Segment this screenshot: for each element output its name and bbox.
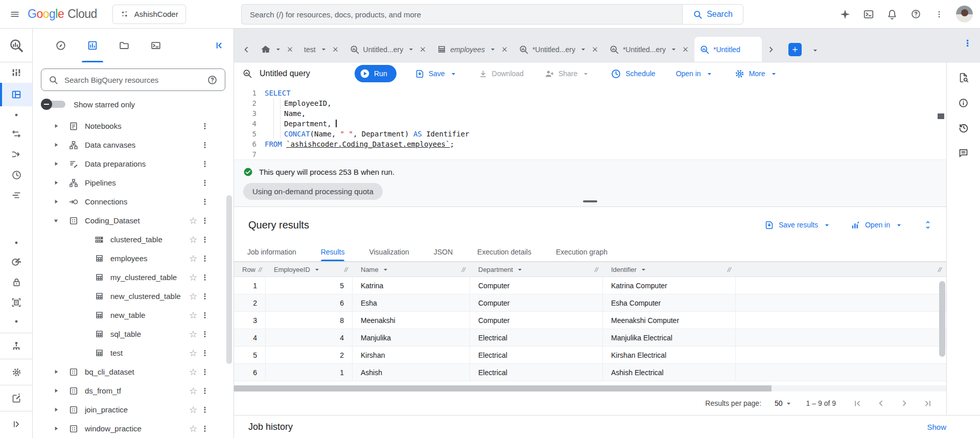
editor-tab-test[interactable]: test bbox=[299, 37, 344, 62]
expand-arrow-right-icon[interactable] bbox=[53, 199, 64, 204]
first-page-button[interactable] bbox=[852, 398, 863, 409]
rail-item-scheduling[interactable] bbox=[0, 165, 33, 185]
tab-caret-icon[interactable] bbox=[319, 45, 328, 54]
star-icon[interactable]: ☆ bbox=[186, 423, 200, 434]
more-vertical-icon[interactable]: ⋮ bbox=[200, 424, 210, 433]
rail-item-pipelines[interactable] bbox=[0, 144, 33, 165]
tab-caret-icon[interactable] bbox=[579, 45, 588, 54]
schedule-button[interactable]: Schedule bbox=[611, 68, 655, 79]
cloud-shell-button[interactable] bbox=[858, 4, 879, 25]
tree-item-join-practice[interactable]: join_practice☆⋮ bbox=[33, 400, 234, 419]
explorer-console-tab[interactable] bbox=[140, 29, 172, 62]
more-vertical-icon[interactable]: ⋮ bbox=[200, 405, 210, 414]
results-tab-visualization[interactable]: Visualization bbox=[369, 243, 409, 261]
tree-item-coding-dataset[interactable]: Coding_Dataset☆⋮ bbox=[33, 211, 234, 230]
tree-item-pipelines[interactable]: Pipelines⋮ bbox=[33, 173, 234, 192]
star-icon[interactable]: ☆ bbox=[186, 272, 200, 283]
more-vertical-icon[interactable]: ⋮ bbox=[200, 235, 210, 244]
share-button[interactable]: Share bbox=[544, 68, 590, 79]
more-vertical-icon[interactable]: ⋮ bbox=[200, 273, 210, 282]
editor-scrollbar[interactable] bbox=[938, 113, 944, 119]
rail-item-sharing[interactable] bbox=[0, 251, 33, 272]
star-icon[interactable]: ☆ bbox=[186, 385, 200, 397]
star-icon[interactable]: ☆ bbox=[186, 329, 200, 340]
star-icon[interactable]: ☆ bbox=[186, 310, 200, 321]
editor-tab-untitled-query-3[interactable]: *Untitled...ery bbox=[604, 37, 694, 62]
tab-caret-icon[interactable] bbox=[669, 45, 678, 54]
open-in-button[interactable]: Open in bbox=[676, 70, 714, 78]
expand-arrow-right-icon[interactable] bbox=[53, 161, 64, 167]
more-vertical-icon[interactable]: ⋮ bbox=[200, 367, 210, 377]
more-vertical-icon[interactable]: ⋮ bbox=[200, 216, 210, 225]
editor-tab-home[interactable] bbox=[255, 37, 299, 62]
editor-tab-employees[interactable]: employees bbox=[432, 37, 514, 62]
search-button[interactable]: Search bbox=[682, 4, 743, 25]
tabs-scroll-right-button[interactable] bbox=[762, 37, 780, 62]
tabbar-more-button[interactable]: ⋮ bbox=[963, 38, 972, 49]
column-header-row[interactable]: Row bbox=[234, 262, 266, 277]
editor-tab-untitled-query-2[interactable]: *Untitled...ery bbox=[514, 37, 604, 62]
column-resize-handle[interactable] bbox=[727, 267, 732, 272]
query-title[interactable]: Untitled query bbox=[260, 69, 355, 78]
sort-caret-icon[interactable] bbox=[516, 265, 524, 274]
star-icon[interactable]: ☆ bbox=[186, 366, 200, 378]
more-vertical-icon[interactable]: ⋮ bbox=[200, 159, 210, 169]
column-resize-handle[interactable] bbox=[258, 267, 263, 272]
explorer-compass-tab[interactable] bbox=[45, 29, 77, 62]
column-header-name[interactable]: Name bbox=[353, 262, 470, 277]
results-tab-job-information[interactable]: Job information bbox=[247, 243, 296, 261]
more-vertical-icon[interactable]: ⋮ bbox=[200, 197, 210, 206]
tree-item-ds-from-tf[interactable]: ds_from_tf☆⋮ bbox=[33, 381, 234, 400]
rail-item-governance[interactable] bbox=[0, 336, 33, 356]
tree-item-test[interactable]: test☆⋮ bbox=[33, 343, 234, 362]
expand-arrow-right-icon[interactable] bbox=[53, 369, 64, 375]
new-tab-button[interactable] bbox=[788, 43, 802, 56]
rail-item-studio[interactable] bbox=[0, 62, 33, 83]
project-selector[interactable]: AshishCoder bbox=[112, 5, 186, 24]
more-vertical-icon[interactable]: ⋮ bbox=[200, 386, 210, 396]
tree-item-data-preparations[interactable]: Data preparations⋮ bbox=[33, 154, 234, 173]
column-resize-handle[interactable] bbox=[594, 267, 599, 272]
tree-item-notebooks[interactable]: Notebooks⋮ bbox=[33, 117, 234, 135]
tabs-scroll-left-button[interactable] bbox=[237, 37, 255, 62]
tab-close-icon[interactable] bbox=[591, 45, 599, 53]
tree-item-my-clustered-table[interactable]: my_clustered_table☆⋮ bbox=[33, 268, 234, 287]
rail-item-explorer[interactable] bbox=[0, 83, 33, 106]
more-vertical-icon[interactable]: ⋮ bbox=[200, 178, 210, 188]
resize-handle[interactable] bbox=[583, 200, 597, 202]
rail-item-capacity[interactable] bbox=[0, 185, 33, 205]
collapse-panel-button[interactable] bbox=[214, 29, 227, 62]
resource-search-input[interactable] bbox=[64, 76, 201, 84]
expand-arrow-right-icon[interactable] bbox=[53, 123, 64, 129]
sql-editor[interactable]: 1234567 SELECTEmployeeID,Name,Department… bbox=[234, 85, 946, 160]
expand-arrow-right-icon[interactable] bbox=[53, 180, 64, 186]
results-tab-results[interactable]: Results bbox=[321, 243, 345, 261]
column-header-identifier[interactable]: Identifier bbox=[603, 262, 736, 277]
sort-caret-icon[interactable] bbox=[639, 265, 648, 274]
more-vertical-icon[interactable]: ⋮ bbox=[200, 141, 210, 150]
notifications-button[interactable] bbox=[881, 4, 903, 25]
search-input[interactable] bbox=[241, 4, 682, 25]
doc-search-button[interactable] bbox=[954, 68, 973, 87]
help-button[interactable] bbox=[905, 4, 926, 25]
expand-arrow-right-icon[interactable] bbox=[53, 426, 64, 431]
more-options-button[interactable] bbox=[928, 4, 950, 25]
tab-close-icon[interactable] bbox=[332, 45, 339, 53]
rail-item-transfers[interactable] bbox=[0, 124, 33, 144]
tab-close-icon[interactable] bbox=[286, 45, 294, 53]
prev-page-button[interactable] bbox=[875, 398, 886, 409]
rail-item-feedback[interactable] bbox=[0, 388, 33, 408]
star-icon[interactable]: ☆ bbox=[186, 291, 200, 302]
run-button[interactable]: Run bbox=[355, 65, 396, 82]
sort-caret-icon[interactable] bbox=[313, 265, 321, 274]
tab-caret-icon[interactable] bbox=[407, 45, 415, 54]
more-vertical-icon[interactable]: ⋮ bbox=[200, 311, 210, 320]
expand-arrow-right-icon[interactable] bbox=[53, 388, 64, 394]
explorer-studio-tab[interactable] bbox=[77, 29, 108, 62]
tree-item-employees[interactable]: employees☆⋮ bbox=[33, 249, 234, 268]
results-tab-execution-graph[interactable]: Execution graph bbox=[556, 243, 608, 261]
expand-arrow-right-icon[interactable] bbox=[53, 407, 64, 412]
tree-item-new-table[interactable]: new_table☆⋮ bbox=[33, 306, 234, 325]
tree-item-connections[interactable]: Connections⋮ bbox=[33, 192, 234, 211]
more-button[interactable]: More bbox=[734, 68, 778, 79]
